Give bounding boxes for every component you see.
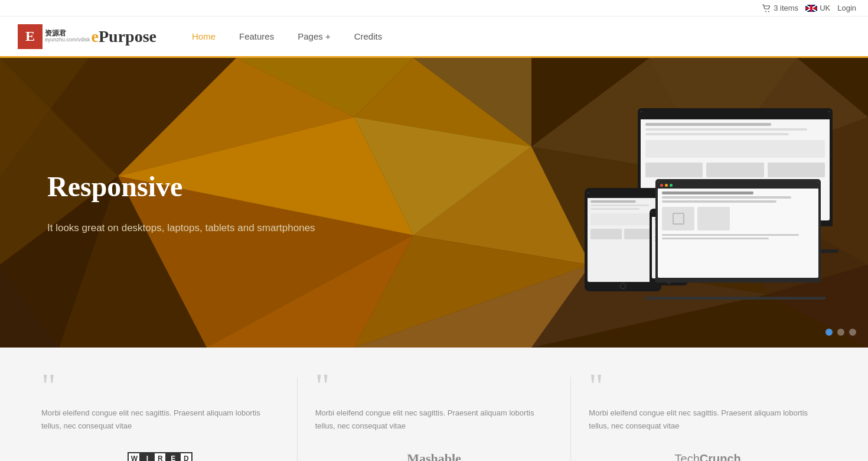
svg-point-0 [765,11,766,12]
locale-area[interactable]: UK [805,4,830,12]
wired-logo: W I R E D [128,452,192,461]
locale-label: UK [820,4,830,12]
wired-r: R [154,452,167,461]
testimonial-3: " Morbi eleifend congue elit nec sagitti… [571,377,844,461]
quote-mark-3: " [589,377,827,395]
brand-mashable: Mashable [315,447,553,461]
svg-point-1 [768,11,769,12]
techcrunch-logo: TechCrunch [675,452,741,461]
wired-d: D [180,452,192,461]
logo-chinese-area: 资源君 eyunzhu.com/vdisk [45,30,90,43]
hero-subtitle: It looks great on desktops, laptops, tab… [47,220,315,236]
slider-dot-3[interactable] [849,329,856,336]
mashable-logo: Mashable [407,451,461,461]
hero-title: Responsive [47,170,315,203]
hero-text-area: Responsive It looks great on desktops, l… [47,170,315,236]
top-bar: 3 items UK Login [0,0,868,17]
uk-flag-icon [805,5,817,12]
wired-i: I [141,452,154,461]
header: E 资源君 eyunzhu.com/vdisk ePurpose Home Fe… [0,17,868,58]
testimonial-text-3: Morbi eleifend congue elit nec sagittis.… [589,407,827,433]
nav-credits[interactable]: Credits [342,17,394,58]
nav-pages[interactable]: Pages + [286,17,342,58]
brand-wired: W I R E D [41,447,279,461]
quote-mark-2: " [315,377,553,395]
main-nav: Home Features Pages + Credits [180,17,394,56]
testimonials-section: " Morbi eleifend congue elit nec sagitti… [0,348,868,461]
login-link[interactable]: Login [837,4,856,12]
hero-section: Responsive It looks great on desktops, l… [0,58,868,348]
slider-dot-1[interactable] [825,329,833,336]
wired-e: E [167,452,180,461]
quote-mark-1: " [41,377,279,395]
logo[interactable]: E 资源君 eyunzhu.com/vdisk ePurpose [18,24,156,49]
logo-e-letter: E [18,24,43,49]
cart-icon [762,4,771,12]
slider-dots [825,329,856,336]
brand-techcrunch: TechCrunch [589,447,827,461]
wired-w: W [128,452,141,461]
logo-chinese-sub: eyunzhu.com/vdisk [45,37,90,43]
testimonial-text-1: Morbi eleifend congue elit nec sagittis.… [41,407,279,433]
testimonial-2: " Morbi eleifend congue elit nec sagitti… [298,377,572,461]
logo-purpose: ePurpose [92,27,156,46]
cart-area[interactable]: 3 items [762,4,798,12]
nav-home[interactable]: Home [180,17,227,58]
testimonial-text-2: Morbi eleifend congue elit nec sagittis.… [315,407,553,433]
cart-label: 3 items [774,4,798,12]
nav-features[interactable]: Features [227,17,286,58]
slider-dot-2[interactable] [837,329,844,336]
testimonial-1: " Morbi eleifend congue elit nec sagitti… [24,377,298,461]
hero-content: Responsive It looks great on desktops, l… [0,58,868,348]
